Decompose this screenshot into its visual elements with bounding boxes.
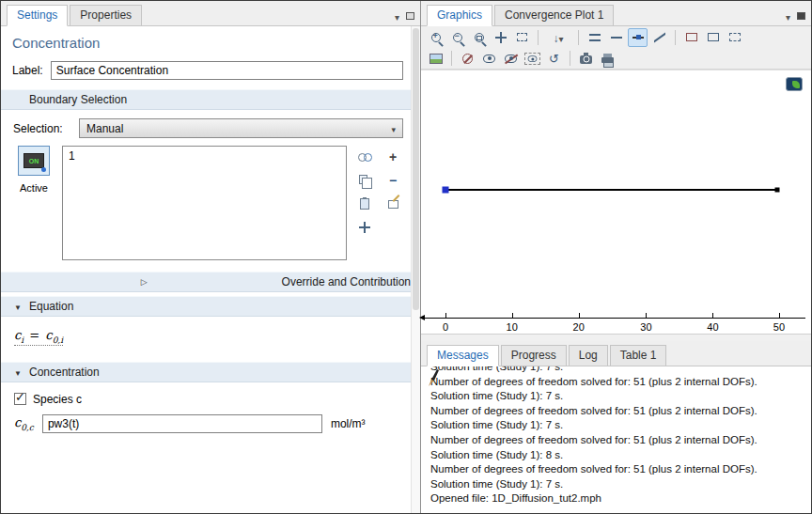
crosshair-icon xyxy=(359,222,370,233)
eq-equals: = xyxy=(27,328,41,342)
crossed-circle-icon xyxy=(462,54,473,64)
scene-icon xyxy=(429,54,443,64)
c0-input[interactable] xyxy=(42,414,322,433)
c0-row: c0,c mol/m³ xyxy=(14,414,403,433)
single-line-icon xyxy=(611,37,622,39)
toolbar-separator xyxy=(578,30,579,45)
boundary-selection-area: ON Active 1 xyxy=(13,146,403,260)
panel-menu-icon[interactable] xyxy=(786,8,790,24)
message-line: Solution time (Study 1): 7 s. xyxy=(430,477,811,492)
message-line: Solution time (Study 1): 7 s. xyxy=(430,366,811,375)
zoom-extents-button[interactable] xyxy=(512,28,532,47)
label-input[interactable] xyxy=(51,61,403,80)
view-options-button[interactable] xyxy=(786,77,803,91)
paste-icon xyxy=(360,198,369,210)
message-line: Number of degrees of freedom solved for:… xyxy=(430,404,811,419)
tab-properties[interactable]: Properties xyxy=(70,5,142,25)
horizontal-splitter[interactable] xyxy=(421,334,811,341)
minimize-panel-icon[interactable] xyxy=(406,12,414,20)
axis-tick xyxy=(445,313,446,318)
boundary-selection-list[interactable]: 1 xyxy=(62,146,347,260)
copy-selection-button[interactable] xyxy=(356,172,373,189)
settings-tabbar: Settings Properties xyxy=(1,1,420,26)
view-all-button[interactable] xyxy=(479,49,499,68)
active-toggle-button[interactable]: ON xyxy=(18,146,50,176)
tab-log[interactable]: Log xyxy=(569,345,608,366)
clear-selection-button[interactable] xyxy=(384,195,401,212)
settings-tabbar-corner xyxy=(395,8,414,24)
x-axis xyxy=(425,318,805,319)
c0-sub: 0,c xyxy=(21,422,34,431)
zoom-out-icon xyxy=(453,33,462,42)
section-override[interactable]: Override and Contribution xyxy=(1,272,411,292)
tab-settings[interactable]: Settings xyxy=(7,5,68,26)
plus-icon xyxy=(389,148,397,165)
maximize-panel-icon[interactable] xyxy=(797,12,805,20)
section-equation[interactable]: Equation xyxy=(1,296,411,317)
settings-panel: Settings Properties Concentration Label:… xyxy=(1,1,421,513)
toolbar-separator xyxy=(675,30,676,45)
section-boundary-selection[interactable]: Boundary Selection xyxy=(1,89,411,110)
c0-unit: mol/m³ xyxy=(331,417,366,430)
snapshot-button[interactable] xyxy=(576,49,596,68)
zoom-in-button[interactable] xyxy=(426,28,445,47)
tab-progress[interactable]: Progress xyxy=(501,345,567,366)
selection-tools xyxy=(354,146,403,236)
axis-tick xyxy=(646,313,647,318)
scene-thumbnail-button[interactable] xyxy=(426,49,445,68)
scrollbar-thumb[interactable] xyxy=(413,28,419,310)
zoom-box-button[interactable] xyxy=(469,28,489,47)
reset-hiding-button[interactable] xyxy=(544,49,564,68)
chevron-down-icon xyxy=(391,122,396,135)
settings-scrollbar[interactable] xyxy=(411,26,420,513)
tab-messages[interactable]: Messages xyxy=(427,345,499,366)
settings-content: Concentration Label: Boundary Selection … xyxy=(1,26,411,513)
select-box-button[interactable] xyxy=(725,28,744,47)
y-range-button[interactable] xyxy=(703,28,723,47)
toolbar-separator xyxy=(451,51,452,66)
single-line-button[interactable] xyxy=(606,28,626,47)
add-to-selection-button[interactable] xyxy=(384,148,401,165)
eye-icon xyxy=(483,55,495,63)
messages-content: Solution time (Study 1): 7 s. Number of … xyxy=(421,366,811,513)
zoom-to-selection-button[interactable] xyxy=(356,219,373,236)
hide-objects-button[interactable] xyxy=(458,49,477,68)
graphics-panel: Graphics Convergence Plot 1 xyxy=(421,1,811,334)
zoom-out-button[interactable] xyxy=(447,28,467,47)
message-line: Solution time (Study 1): 7 s. xyxy=(430,418,811,433)
paste-selection-button[interactable] xyxy=(356,195,373,212)
brush-cursor-icon xyxy=(427,368,440,387)
plot-canvas[interactable]: 0 10 20 30 40 50 xyxy=(421,70,811,334)
selection-row: Selection: Manual xyxy=(13,118,403,138)
message-line: Number of degrees of freedom solved for:… xyxy=(430,433,811,448)
view-selection-button[interactable] xyxy=(523,49,542,68)
edit-box-icon xyxy=(388,200,398,209)
remove-from-selection-button[interactable] xyxy=(384,172,401,189)
list-item[interactable]: 1 xyxy=(69,149,340,163)
tab-graphics[interactable]: Graphics xyxy=(427,5,492,26)
double-line-button[interactable] xyxy=(585,28,604,47)
section-concentration[interactable]: Concentration xyxy=(1,362,411,382)
diagonal-line-icon xyxy=(654,32,665,43)
view-hidden-button[interactable] xyxy=(501,49,521,68)
species-checkbox[interactable]: ✓ xyxy=(14,393,26,405)
eq-rhs: c xyxy=(45,328,52,342)
line-nodes-button[interactable] xyxy=(628,28,648,47)
select-box-icon xyxy=(729,33,741,41)
create-selection-button[interactable] xyxy=(356,148,373,165)
x-range-button[interactable] xyxy=(681,28,701,47)
tab-table-1[interactable]: Table 1 xyxy=(610,345,667,366)
pan-button[interactable] xyxy=(491,28,510,47)
on-state-icon: ON xyxy=(23,153,44,168)
selection-label: Selection: xyxy=(13,122,71,135)
label-field-label: Label: xyxy=(12,64,43,77)
tab-convergence-plot[interactable]: Convergence Plot 1 xyxy=(494,5,614,25)
print-button[interactable] xyxy=(598,49,617,68)
default-view-button[interactable] xyxy=(544,28,572,47)
panel-menu-icon[interactable] xyxy=(395,8,399,24)
axis-tick xyxy=(779,313,780,318)
selection-dropdown-value: Manual xyxy=(86,122,123,135)
selection-dropdown[interactable]: Manual xyxy=(79,118,403,138)
diagonal-line-button[interactable] xyxy=(649,28,669,47)
y-range-icon xyxy=(708,33,719,41)
